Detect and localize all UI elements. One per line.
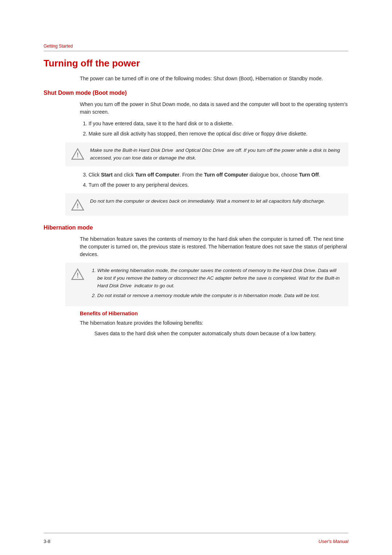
hibernation-intro: The hibernation feature saves the conten… (80, 235, 348, 258)
warning-box-2: ! Do not turn the computer or devices ba… (65, 193, 348, 216)
benefits-intro: The hibernation feature provides the fol… (80, 319, 348, 327)
warning-box-1: ! Make sure the Built-in Hard Disk Drive… (65, 142, 348, 166)
shut-down-intro: When you turn off the power in Shut Down… (80, 101, 348, 116)
footer: 3-8 User's Manual (44, 539, 348, 544)
footer-manual-title: User's Manual (318, 539, 348, 544)
shut-down-list1: If you have entered data, save it to the… (80, 119, 348, 138)
list-item: Make sure all disk activity has stopped,… (89, 130, 348, 138)
warning-list-item: While entering hibernation mode, the com… (97, 267, 343, 290)
footer-page-number: 3-8 (44, 539, 50, 544)
warning-text-2: Do not turn the computer or devices back… (90, 198, 325, 205)
shut-down-section: Shut Down mode (Boot mode) When you turn… (44, 90, 348, 216)
content-area: Getting Started Turning off the power Th… (0, 0, 392, 375)
warning-list-item: Do not install or remove a memory module… (97, 292, 343, 300)
benefits-heading: Benefits of Hibernation (80, 311, 348, 316)
warning-icon-2: ! (71, 198, 84, 211)
bottom-divider (44, 533, 348, 533)
warning-text-1: Make sure the Built-in Hard Disk Drive a… (90, 147, 343, 162)
top-divider (44, 51, 348, 51)
page-title: Turning off the power (44, 58, 348, 69)
svg-text:!: ! (77, 151, 79, 159)
benefits-item: Saves data to the hard disk when the com… (94, 330, 348, 337)
breadcrumb: Getting Started (44, 44, 348, 49)
intro-text: The power can be turned off in one of th… (80, 75, 348, 82)
warning-text-3: While entering hibernation mode, the com… (90, 267, 343, 302)
hibernation-heading: Hibernation mode (44, 224, 348, 231)
list-item: Turn off the power to any peripheral dev… (89, 181, 348, 189)
list-item: If you have entered data, save it to the… (89, 119, 348, 127)
shut-down-list2: Click Start and click Turn off Computer.… (80, 171, 348, 189)
svg-text:!: ! (77, 202, 79, 210)
warning-box-3: ! While entering hibernation mode, the c… (65, 263, 348, 306)
svg-text:!: ! (77, 272, 79, 279)
warning-icon-3: ! (71, 268, 84, 281)
benefits-section: Benefits of Hibernation The hibernation … (44, 311, 348, 337)
shut-down-heading: Shut Down mode (Boot mode) (44, 90, 348, 96)
hibernation-section: Hibernation mode The hibernation feature… (44, 224, 348, 337)
warning-icon: ! (71, 147, 84, 161)
page: Getting Started Turning off the power Th… (0, 0, 392, 555)
list-item: Click Start and click Turn off Computer.… (89, 171, 348, 179)
